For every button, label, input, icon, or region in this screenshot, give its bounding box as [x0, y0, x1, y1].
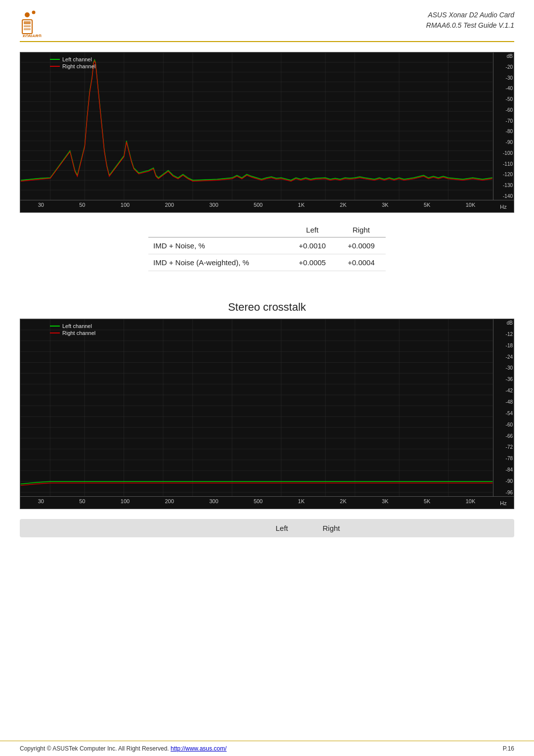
page-container: XONAR® ASUS Xonar D2 Audio Card RMAA6.0.…: [0, 0, 534, 756]
ct-x-300: 300: [209, 498, 218, 507]
ct-y-label-84: -84: [494, 467, 513, 472]
xonar-logo: XONAR®: [20, 10, 54, 37]
crosstalk-title: Stereo crosstalk: [20, 301, 514, 314]
crosstalk-results-row: Left Right: [20, 519, 514, 537]
col-header-empty: [148, 223, 288, 237]
crosstalk-legend: Left channel Right channel: [50, 323, 95, 337]
crosstalk-legend-left-label: Left channel: [62, 323, 92, 329]
y-label-20: -20: [494, 64, 513, 70]
ct-y-label-96: -96: [494, 490, 513, 495]
crosstalk-right-line: [50, 332, 60, 333]
crosstalk-left-line: [50, 326, 60, 327]
imd-legend: Left channel Right channel: [50, 56, 95, 70]
col-header-right: Right: [337, 223, 386, 237]
y-label-db: dB: [494, 53, 513, 59]
crosstalk-legend-left: Left channel: [50, 323, 95, 329]
y-label-60: -60: [494, 107, 513, 113]
legend-left-channel: Left channel: [50, 56, 95, 62]
imd-data-table: Left Right IMD + Noise, % +0.0010 +0.000…: [148, 223, 386, 271]
ct-y-label-db: dB: [494, 320, 513, 326]
ct-x-10k: 10K: [466, 498, 476, 507]
ct-y-label-18: -18: [494, 343, 513, 348]
footer-page-number: P.16: [503, 745, 514, 752]
page-footer: Copyright © ASUSTek Computer Inc. All Ri…: [0, 741, 534, 756]
ct-y-label-78: -78: [494, 456, 513, 461]
legend-right-channel: Right channel: [50, 63, 95, 69]
ct-x-5k: 5K: [424, 498, 430, 507]
svg-text:XONAR®: XONAR®: [22, 34, 42, 37]
row2-left: +0.0005: [288, 254, 337, 271]
svg-rect-4: [24, 25, 31, 27]
ct-y-label-12: -12: [494, 331, 513, 337]
x-label-50: 50: [79, 202, 85, 211]
x-label-2k: 2K: [340, 202, 346, 211]
x-label-10k: 10K: [466, 202, 476, 211]
crosstalk-svg-chart: [20, 319, 493, 496]
footer-copyright: Copyright © ASUSTek Computer Inc. All Ri…: [20, 745, 226, 752]
ct-y-label-36: -36: [494, 377, 513, 382]
y-label-50: -50: [494, 96, 513, 102]
legend-left-label: Left channel: [62, 56, 92, 62]
ct-y-label-66: -66: [494, 433, 513, 439]
header-title: ASUS Xonar D2 Audio Card RMAA6.0.5 Test …: [426, 10, 514, 31]
x-label-30: 30: [38, 202, 44, 211]
y-label-130: -130: [494, 183, 513, 188]
ct-x-50: 50: [79, 498, 85, 507]
crosstalk-section: Stereo crosstalk Left channel Right chan…: [20, 301, 514, 509]
imd-chart-section: Left channel Right channel: [20, 52, 514, 213]
imd-y-axis: dB -20 -30 -40 -50 -60 -70 -80 -90 -100 …: [493, 52, 514, 200]
row1-label: IMD + Noise, %: [148, 237, 288, 254]
row2-label: IMD + Noise (A-weighted), %: [148, 254, 288, 271]
ct-x-1k: 1K: [298, 498, 305, 507]
crosstalk-x-axis: 30 50 100 200 300 500 1K 2K 3K 5K 10K Hz: [20, 497, 514, 509]
logo-area: XONAR®: [20, 10, 54, 37]
ct-y-label-90: -90: [494, 478, 513, 484]
y-label-110: -110: [494, 161, 513, 167]
footer-url[interactable]: http://www.asus.com/: [171, 745, 226, 752]
imd-svg-chart: [20, 52, 493, 200]
x-label-300: 300: [209, 202, 218, 211]
y-label-120: -120: [494, 172, 513, 177]
legend-right-label: Right channel: [62, 63, 95, 69]
y-label-100: -100: [494, 150, 513, 156]
x-label-3k: 3K: [382, 202, 388, 211]
crosstalk-left-label: Left: [257, 524, 307, 532]
y-label-70: -70: [494, 118, 513, 124]
ct-x-30: 30: [38, 498, 44, 507]
page-header: XONAR® ASUS Xonar D2 Audio Card RMAA6.0.…: [20, 10, 514, 42]
right-channel-line: [50, 66, 60, 67]
x-label-1k: 1K: [298, 202, 305, 211]
row2-right: +0.0004: [337, 254, 386, 271]
left-channel-line: [50, 59, 60, 60]
crosstalk-legend-right-label: Right channel: [62, 330, 95, 336]
ct-y-label-24: -24: [494, 354, 513, 360]
y-label-90: -90: [494, 140, 513, 145]
ct-y-label-48: -48: [494, 399, 513, 405]
svg-rect-5: [24, 28, 31, 30]
ct-y-label-30: -30: [494, 365, 513, 371]
y-label-30: -30: [494, 75, 513, 81]
x-label-200: 200: [165, 202, 174, 211]
x-label-hz: Hz: [500, 204, 506, 210]
x-label-5k: 5K: [424, 202, 430, 211]
crosstalk-legend-right: Right channel: [50, 330, 95, 336]
ct-x-3k: 3K: [382, 498, 388, 507]
ct-y-label-42: -42: [494, 388, 513, 393]
row1-left: +0.0010: [288, 237, 337, 254]
y-label-140: -140: [494, 193, 513, 199]
y-label-80: -80: [494, 129, 513, 134]
ct-y-label-60: -60: [494, 422, 513, 427]
x-label-500: 500: [254, 202, 263, 211]
crosstalk-right-label: Right: [307, 524, 356, 532]
x-label-100: 100: [121, 202, 130, 211]
table-row: IMD + Noise (A-weighted), % +0.0005 +0.0…: [148, 254, 386, 271]
svg-point-0: [25, 12, 30, 17]
svg-point-1: [32, 11, 36, 14]
y-label-40: -40: [494, 86, 513, 91]
svg-rect-3: [24, 21, 31, 24]
col-header-left: Left: [288, 223, 337, 237]
ct-x-hz: Hz: [500, 500, 506, 506]
ct-y-label-72: -72: [494, 444, 513, 450]
ct-x-500: 500: [254, 498, 263, 507]
table-row: IMD + Noise, % +0.0010 +0.0009: [148, 237, 386, 254]
